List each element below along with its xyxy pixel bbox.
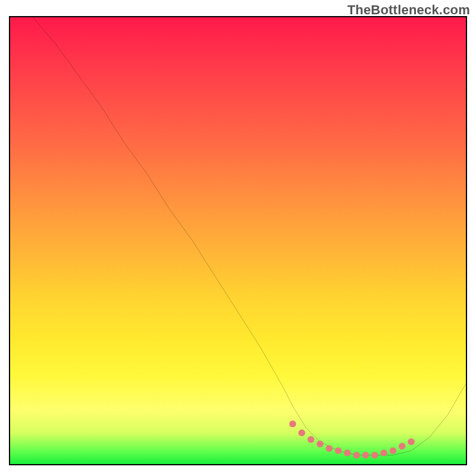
optimal-dot xyxy=(390,447,396,454)
optimal-dot xyxy=(317,441,323,447)
optimal-dot xyxy=(325,445,332,452)
optimal-dot xyxy=(371,452,378,458)
bottleneck-curve xyxy=(33,17,466,455)
optimal-dot xyxy=(353,452,359,458)
optimal-dot xyxy=(298,430,305,436)
chart-stage: TheBottleneck.com xyxy=(0,0,476,476)
curve-layer xyxy=(10,17,466,464)
optimal-range-dots xyxy=(289,421,415,459)
optimal-dot xyxy=(399,443,405,449)
optimal-dot xyxy=(344,450,350,456)
optimal-dot xyxy=(289,421,296,427)
optimal-dot xyxy=(408,439,414,445)
plot-area xyxy=(9,16,467,465)
optimal-dot xyxy=(308,436,314,443)
optimal-dot xyxy=(380,450,387,456)
optimal-dot xyxy=(362,452,369,458)
optimal-dot xyxy=(335,447,342,454)
